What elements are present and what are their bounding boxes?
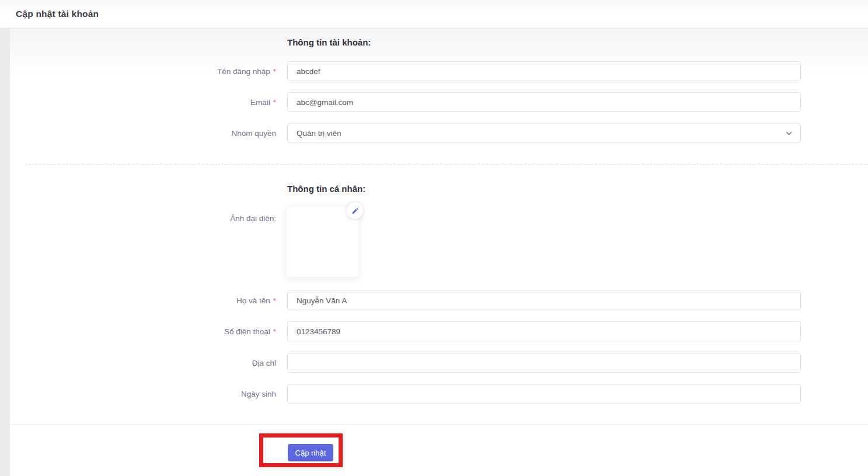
username-input[interactable] [287, 61, 801, 81]
role-select[interactable]: Quản trị viên [287, 123, 801, 143]
email-label: Email* [89, 92, 276, 112]
address-label: Địa chỉ [89, 353, 276, 373]
required-asterisk: * [273, 296, 276, 305]
avatar-preview [287, 207, 358, 277]
address-label-text: Địa chỉ [252, 359, 276, 368]
personal-section-title: Thông tin cá nhân: [287, 184, 365, 194]
username-label-text: Tên đăng nhập [217, 67, 270, 76]
email-input[interactable] [287, 92, 801, 112]
fullname-label-text: Họ và tên [236, 296, 270, 305]
phone-label-text: Số điện thoại [224, 327, 270, 336]
avatar-edit-button[interactable] [347, 202, 363, 219]
fullname-label: Họ và tên* [89, 290, 276, 310]
account-section-title: Thông tin tài khoản: [287, 37, 371, 47]
avatar-label: Ảnh đại diện: [89, 208, 276, 228]
chevron-down-icon [785, 130, 793, 137]
phone-label: Số điện thoại* [89, 321, 276, 341]
required-asterisk: * [273, 327, 276, 336]
pencil-icon [351, 207, 359, 215]
fullname-input[interactable] [287, 290, 801, 310]
role-select-value: Quản trị viên [297, 129, 341, 138]
dob-label-text: Ngày sinh [241, 390, 276, 398]
update-account-page: Cập nhật tài khoản Thông tin tài khoản: … [0, 0, 868, 476]
role-label-text: Nhóm quyền [231, 129, 276, 138]
update-submit-button[interactable]: Cập nhật [288, 444, 333, 461]
page-header: Cập nhật tài khoản [0, 0, 868, 28]
phone-input[interactable] [287, 321, 801, 341]
email-label-text: Email [250, 98, 270, 107]
required-asterisk: * [273, 67, 276, 76]
avatar-label-text: Ảnh đại diện: [230, 214, 276, 223]
footer-divider [10, 424, 868, 425]
role-label: Nhóm quyền [89, 123, 276, 143]
username-label: Tên đăng nhập* [89, 61, 276, 81]
page-title: Cập nhật tài khoản [16, 0, 99, 27]
dob-input[interactable] [287, 384, 801, 404]
section-divider [26, 164, 868, 164]
address-input[interactable] [287, 353, 801, 373]
dob-label: Ngày sinh [89, 384, 276, 404]
required-asterisk: * [273, 98, 276, 107]
